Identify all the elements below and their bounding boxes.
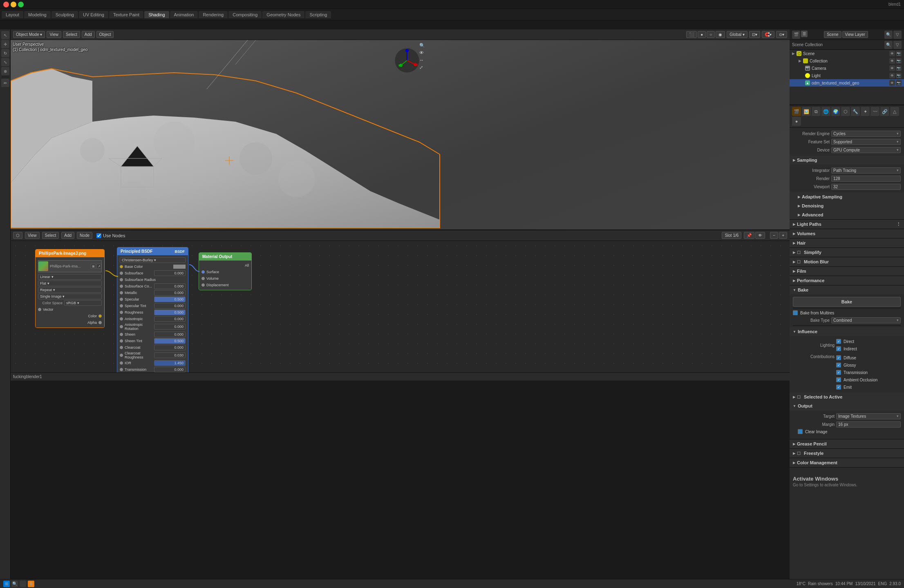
node-canvas[interactable]: PhillipsPark-ImageJ.png Phillips-Park-Im… xyxy=(11,241,790,372)
object-menu[interactable]: Object xyxy=(96,31,114,38)
tool-select[interactable]: ↖ xyxy=(1,31,9,39)
simplify-header[interactable]: ▶ ☐ Simplify xyxy=(790,248,904,257)
light-paths-menu[interactable]: ⋮ xyxy=(896,222,901,227)
object-props-icon[interactable]: ⬡ xyxy=(841,107,850,116)
outliner-search[interactable]: 🔍 xyxy=(884,41,893,49)
clear-image-checkbox[interactable] xyxy=(798,429,803,434)
blender-taskbar-icon[interactable]: B xyxy=(28,581,34,587)
scene-props-icon[interactable]: 🌐 xyxy=(821,107,830,116)
viewport-shading-wire[interactable]: ⬛ xyxy=(686,31,697,38)
view-layer-props-icon[interactable]: ⧉ xyxy=(812,107,821,116)
cam-view-icon[interactable]: 👁 xyxy=(889,65,895,71)
tab-rendering[interactable]: Rendering xyxy=(199,11,228,18)
denoising-header[interactable]: ▶ Denoising xyxy=(790,201,904,210)
outliner-item-mesh[interactable]: ▲ odm_textured_model_geo 👁 📷 xyxy=(790,79,904,87)
tab-compositing[interactable]: Compositing xyxy=(228,11,262,18)
film-header[interactable]: ▶ Film xyxy=(790,267,904,276)
select-menu[interactable]: Select xyxy=(63,31,80,38)
ior-value[interactable]: 1.450 xyxy=(154,360,186,366)
color-space-dropdown[interactable]: sRGB ▾ xyxy=(64,300,102,306)
viewport-samples-value[interactable]: 32 xyxy=(831,184,901,190)
subsurface-co-value[interactable]: 0.000 xyxy=(154,283,186,289)
view-menu[interactable]: View xyxy=(47,31,61,38)
tab-geometry-nodes[interactable]: Geometry Nodes xyxy=(262,11,304,18)
world-props-icon[interactable]: 🌍 xyxy=(831,107,840,116)
tab-uv-editing[interactable]: UV Editing xyxy=(79,11,108,18)
viewport-shading-solid[interactable]: ● xyxy=(698,31,706,38)
thumb-btn1[interactable]: ⊞ xyxy=(91,264,96,269)
outliner-filter[interactable]: ▽ xyxy=(893,41,902,49)
ne-add-btn[interactable]: Add xyxy=(61,232,74,239)
sta-checkbox[interactable]: ☐ xyxy=(797,395,801,399)
bake-type-dropdown[interactable]: Combined xyxy=(831,317,901,323)
specular-tint-value[interactable]: 0.000 xyxy=(154,303,186,309)
taskbar-icon-2[interactable] xyxy=(20,581,26,587)
motion-blur-header[interactable]: ▶ ☐ Motion Blur xyxy=(790,257,904,266)
slot-btn[interactable]: Slot 1/6 xyxy=(722,232,741,239)
minimize-button[interactable] xyxy=(11,2,16,7)
outliner-item-camera[interactable]: 📷 Camera 👁 📷 xyxy=(790,65,904,72)
ne-overlay-btn[interactable]: 👁 xyxy=(755,232,765,239)
ne-zoom-out[interactable]: − xyxy=(770,232,778,239)
bake-multires-checkbox[interactable] xyxy=(793,310,798,315)
filter-icon[interactable]: ☰ xyxy=(801,31,808,37)
node-image-texture[interactable]: PhillipsPark-ImageJ.png Phillips-Park-Im… xyxy=(35,249,105,328)
filter-icon-btn[interactable]: ▽ xyxy=(893,31,902,39)
volumes-header[interactable]: ▶ Volumes xyxy=(790,229,904,238)
output-header[interactable]: ▼ Output xyxy=(790,401,904,410)
margin-value[interactable]: 16 px xyxy=(836,421,901,428)
ne-select-btn[interactable]: Select xyxy=(42,232,59,239)
ne-zoom-in[interactable]: + xyxy=(779,232,787,239)
ambient-occ-checkbox[interactable] xyxy=(836,377,841,382)
light-paths-header[interactable]: ▶ Light Paths ⋮ xyxy=(790,220,904,229)
thumb-btn2[interactable]: ↗ xyxy=(96,264,101,269)
object-data-props-icon[interactable]: △ xyxy=(890,107,899,116)
clearcoat-rough-value[interactable]: 0.030 xyxy=(154,352,186,358)
metallic-value[interactable]: 0.000 xyxy=(154,290,186,296)
ne-object-btn[interactable]: ⬡ xyxy=(13,232,22,239)
sampling-header[interactable]: ▶ Sampling xyxy=(790,156,904,165)
diffuse-checkbox[interactable] xyxy=(836,355,841,360)
viewport-shading-render[interactable]: ◉ xyxy=(716,31,725,38)
viewport-3d[interactable]: Object Mode ▾ View Select Add Object ⬛ ●… xyxy=(11,29,790,229)
use-nodes-checkbox[interactable] xyxy=(96,233,101,238)
influence-header[interactable]: ▼ Influence xyxy=(790,327,904,336)
performance-header[interactable]: ▶ Performance xyxy=(790,276,904,285)
sheen-value[interactable]: 0.000 xyxy=(154,332,186,337)
source-dropdown[interactable]: Single Image ▾ xyxy=(38,294,102,299)
coll-render-icon[interactable]: 📷 xyxy=(896,58,902,64)
ne-view-btn[interactable]: View xyxy=(25,232,40,239)
view-layer-tab[interactable]: View Layer xyxy=(842,31,868,38)
emit-checkbox[interactable] xyxy=(836,385,841,390)
add-menu[interactable]: Add xyxy=(82,31,95,38)
scene-icon-btn[interactable]: 🎬 xyxy=(792,31,800,39)
adaptive-sampling-header[interactable]: ▶ Adaptive Sampling xyxy=(790,192,904,201)
render-samples-value[interactable]: 128 xyxy=(831,176,901,182)
scene-tab[interactable]: Scene xyxy=(824,31,841,38)
physics-props-icon[interactable]: 〰 xyxy=(870,107,879,116)
search-icon-btn[interactable]: 🔍 xyxy=(884,31,893,39)
viewport-canvas[interactable]: User Perspective (1) Collection | odm_te… xyxy=(11,40,790,229)
tab-animation[interactable]: Animation xyxy=(170,11,198,18)
projection-dropdown[interactable]: Flat ▾ xyxy=(38,281,102,286)
mesh-render-icon[interactable]: 📷 xyxy=(896,80,902,86)
glossy-checkbox[interactable] xyxy=(836,363,841,368)
base-color-swatch[interactable] xyxy=(173,265,186,269)
output-props-icon[interactable]: 🖼️ xyxy=(802,107,811,116)
sheen-tint-value[interactable]: 0.500 xyxy=(154,338,186,344)
anisotropic-value[interactable]: 0.000 xyxy=(154,316,186,322)
light-view-icon[interactable]: 👁 xyxy=(889,73,895,78)
render-engine-dropdown[interactable]: Cycles xyxy=(831,131,901,137)
motion-blur-checkbox[interactable]: ☐ xyxy=(797,260,801,264)
proportional-edit[interactable]: ⊙▾ xyxy=(776,31,787,38)
outliner-item-collection[interactable]: ▶ Collection 👁 📷 xyxy=(790,57,904,65)
color-mgmt-header[interactable]: ▶ Color Management xyxy=(790,458,904,467)
roughness-value[interactable]: 0.500 xyxy=(154,310,186,315)
node-principled-bsdf[interactable]: Principled BSDF BSDF Christensen-Burley … xyxy=(117,247,188,372)
specular-value[interactable]: 0.500 xyxy=(154,296,186,302)
tool-annotate[interactable]: ✏ xyxy=(1,79,9,87)
render-props-icon[interactable]: 🎬 xyxy=(792,107,801,116)
material-props-icon[interactable]: ● xyxy=(792,117,801,126)
advanced-sampling-header[interactable]: ▶ Advanced xyxy=(790,210,904,219)
mesh-view-icon[interactable]: 👁 xyxy=(889,80,895,86)
